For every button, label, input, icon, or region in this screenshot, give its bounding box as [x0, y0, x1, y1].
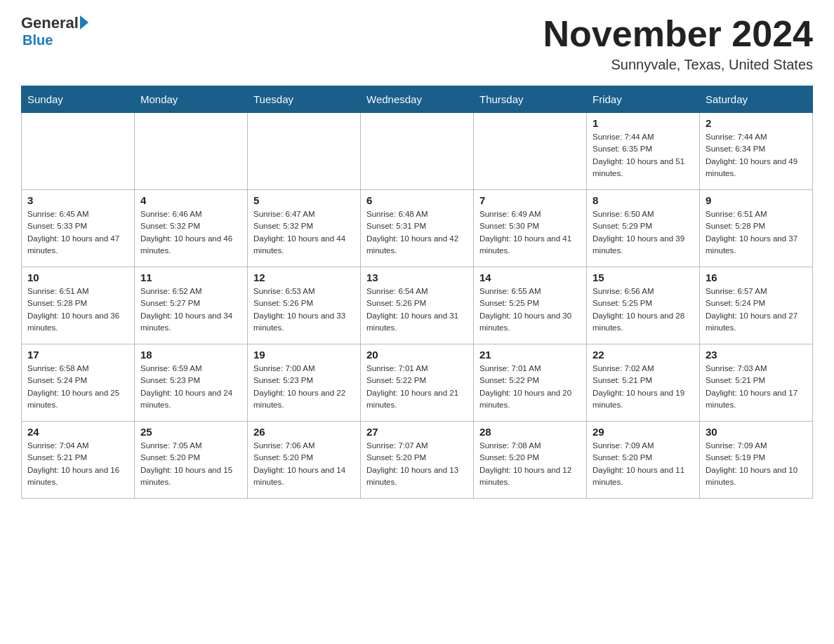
- day-number: 4: [140, 194, 241, 206]
- day-number: 13: [366, 271, 468, 283]
- day-sun-info: Sunrise: 7:44 AM Sunset: 6:34 PM Dayligh…: [706, 131, 807, 180]
- day-cell: [22, 113, 135, 190]
- day-sun-info: Sunrise: 6:46 AM Sunset: 5:32 PM Dayligh…: [140, 208, 241, 257]
- day-sun-info: Sunrise: 6:53 AM Sunset: 5:26 PM Dayligh…: [253, 286, 355, 334]
- day-number: 11: [140, 271, 241, 283]
- day-cell: [135, 113, 248, 190]
- day-sun-info: Sunrise: 7:02 AM Sunset: 5:21 PM Dayligh…: [593, 363, 694, 411]
- day-number: 18: [140, 349, 241, 361]
- logo-general: General: [21, 14, 79, 32]
- day-cell: 16Sunrise: 6:57 AM Sunset: 5:24 PM Dayli…: [700, 267, 813, 344]
- week-row-2: 3Sunrise: 6:45 AM Sunset: 5:33 PM Daylig…: [22, 190, 813, 267]
- day-number: 29: [593, 426, 694, 438]
- day-number: 25: [140, 426, 241, 438]
- day-sun-info: Sunrise: 7:03 AM Sunset: 5:21 PM Dayligh…: [706, 363, 807, 411]
- day-number: 19: [253, 349, 355, 361]
- day-sun-info: Sunrise: 7:09 AM Sunset: 5:19 PM Dayligh…: [706, 440, 807, 488]
- day-number: 8: [593, 194, 694, 206]
- day-sun-info: Sunrise: 6:55 AM Sunset: 5:25 PM Dayligh…: [479, 286, 581, 334]
- day-cell: 11Sunrise: 6:52 AM Sunset: 5:27 PM Dayli…: [135, 267, 248, 344]
- day-cell: 12Sunrise: 6:53 AM Sunset: 5:26 PM Dayli…: [248, 267, 361, 344]
- col-saturday: Saturday: [700, 86, 813, 113]
- day-sun-info: Sunrise: 6:57 AM Sunset: 5:24 PM Dayligh…: [706, 286, 807, 334]
- day-cell: 23Sunrise: 7:03 AM Sunset: 5:21 PM Dayli…: [700, 344, 813, 422]
- day-sun-info: Sunrise: 7:06 AM Sunset: 5:20 PM Dayligh…: [253, 440, 355, 488]
- day-sun-info: Sunrise: 6:48 AM Sunset: 5:31 PM Dayligh…: [366, 208, 468, 257]
- day-sun-info: Sunrise: 7:09 AM Sunset: 5:20 PM Dayligh…: [593, 440, 694, 488]
- day-sun-info: Sunrise: 7:00 AM Sunset: 5:23 PM Dayligh…: [253, 363, 355, 411]
- day-number: 6: [366, 194, 468, 206]
- day-sun-info: Sunrise: 6:52 AM Sunset: 5:27 PM Dayligh…: [140, 286, 241, 334]
- col-wednesday: Wednesday: [361, 86, 474, 113]
- day-cell: 24Sunrise: 7:04 AM Sunset: 5:21 PM Dayli…: [22, 422, 135, 499]
- day-cell: 20Sunrise: 7:01 AM Sunset: 5:22 PM Dayli…: [361, 344, 474, 422]
- logo-arrow-icon: [80, 15, 88, 29]
- day-sun-info: Sunrise: 6:49 AM Sunset: 5:30 PM Dayligh…: [479, 208, 581, 257]
- day-number: 26: [253, 426, 355, 438]
- day-sun-info: Sunrise: 6:58 AM Sunset: 5:24 PM Dayligh…: [27, 363, 128, 411]
- day-number: 27: [366, 426, 468, 438]
- day-number: 14: [479, 271, 581, 283]
- day-cell: [474, 113, 587, 190]
- day-sun-info: Sunrise: 7:07 AM Sunset: 5:20 PM Dayligh…: [366, 440, 468, 488]
- day-cell: 14Sunrise: 6:55 AM Sunset: 5:25 PM Dayli…: [474, 267, 587, 344]
- col-tuesday: Tuesday: [248, 86, 361, 113]
- day-number: 7: [479, 194, 581, 206]
- day-cell: 30Sunrise: 7:09 AM Sunset: 5:19 PM Dayli…: [700, 422, 813, 499]
- day-number: 17: [27, 349, 128, 361]
- day-cell: 15Sunrise: 6:56 AM Sunset: 5:25 PM Dayli…: [587, 267, 700, 344]
- day-number: 12: [253, 271, 355, 283]
- day-cell: 18Sunrise: 6:59 AM Sunset: 5:23 PM Dayli…: [135, 344, 248, 422]
- day-cell: 26Sunrise: 7:06 AM Sunset: 5:20 PM Dayli…: [248, 422, 361, 499]
- week-row-3: 10Sunrise: 6:51 AM Sunset: 5:28 PM Dayli…: [22, 267, 813, 344]
- week-row-1: 1Sunrise: 7:44 AM Sunset: 6:35 PM Daylig…: [22, 113, 813, 190]
- day-sun-info: Sunrise: 7:04 AM Sunset: 5:21 PM Dayligh…: [27, 440, 128, 488]
- day-number: 24: [27, 426, 128, 438]
- logo-blue: Blue: [22, 32, 53, 48]
- day-cell: 19Sunrise: 7:00 AM Sunset: 5:23 PM Dayli…: [248, 344, 361, 422]
- day-number: 3: [27, 194, 128, 206]
- col-sunday: Sunday: [22, 86, 135, 113]
- day-cell: 17Sunrise: 6:58 AM Sunset: 5:24 PM Dayli…: [22, 344, 135, 422]
- calendar-header-row: Sunday Monday Tuesday Wednesday Thursday…: [22, 86, 813, 113]
- day-sun-info: Sunrise: 6:51 AM Sunset: 5:28 PM Dayligh…: [706, 208, 807, 257]
- day-sun-info: Sunrise: 7:44 AM Sunset: 6:35 PM Dayligh…: [593, 131, 694, 180]
- col-friday: Friday: [587, 86, 700, 113]
- day-cell: 9Sunrise: 6:51 AM Sunset: 5:28 PM Daylig…: [700, 190, 813, 267]
- day-sun-info: Sunrise: 6:56 AM Sunset: 5:25 PM Dayligh…: [593, 286, 694, 334]
- day-number: 10: [27, 271, 128, 283]
- day-cell: 5Sunrise: 6:47 AM Sunset: 5:32 PM Daylig…: [248, 190, 361, 267]
- logo: General Blue: [21, 14, 88, 48]
- calendar-table: Sunday Monday Tuesday Wednesday Thursday…: [21, 86, 813, 499]
- day-cell: 28Sunrise: 7:08 AM Sunset: 5:20 PM Dayli…: [474, 422, 587, 499]
- day-number: 15: [593, 271, 694, 283]
- day-cell: 25Sunrise: 7:05 AM Sunset: 5:20 PM Dayli…: [135, 422, 248, 499]
- day-cell: [361, 113, 474, 190]
- day-number: 28: [479, 426, 581, 438]
- day-cell: [248, 113, 361, 190]
- day-cell: 2Sunrise: 7:44 AM Sunset: 6:34 PM Daylig…: [700, 113, 813, 190]
- day-number: 2: [706, 117, 807, 129]
- day-cell: 8Sunrise: 6:50 AM Sunset: 5:29 PM Daylig…: [587, 190, 700, 267]
- page-header: General Blue November 2024 Sunnyvale, Te…: [21, 14, 813, 73]
- day-cell: 3Sunrise: 6:45 AM Sunset: 5:33 PM Daylig…: [22, 190, 135, 267]
- day-sun-info: Sunrise: 6:45 AM Sunset: 5:33 PM Dayligh…: [27, 208, 128, 257]
- day-sun-info: Sunrise: 6:47 AM Sunset: 5:32 PM Dayligh…: [253, 208, 355, 257]
- day-number: 22: [593, 349, 694, 361]
- day-cell: 1Sunrise: 7:44 AM Sunset: 6:35 PM Daylig…: [587, 113, 700, 190]
- col-monday: Monday: [135, 86, 248, 113]
- day-sun-info: Sunrise: 7:08 AM Sunset: 5:20 PM Dayligh…: [479, 440, 581, 488]
- day-number: 5: [253, 194, 355, 206]
- day-sun-info: Sunrise: 7:01 AM Sunset: 5:22 PM Dayligh…: [479, 363, 581, 411]
- day-cell: 21Sunrise: 7:01 AM Sunset: 5:22 PM Dayli…: [474, 344, 587, 422]
- day-sun-info: Sunrise: 6:59 AM Sunset: 5:23 PM Dayligh…: [140, 363, 241, 411]
- week-row-4: 17Sunrise: 6:58 AM Sunset: 5:24 PM Dayli…: [22, 344, 813, 422]
- day-number: 16: [706, 271, 807, 283]
- day-cell: 6Sunrise: 6:48 AM Sunset: 5:31 PM Daylig…: [361, 190, 474, 267]
- day-cell: 29Sunrise: 7:09 AM Sunset: 5:20 PM Dayli…: [587, 422, 700, 499]
- day-number: 9: [706, 194, 807, 206]
- day-sun-info: Sunrise: 6:54 AM Sunset: 5:26 PM Dayligh…: [366, 286, 468, 334]
- day-cell: 22Sunrise: 7:02 AM Sunset: 5:21 PM Dayli…: [587, 344, 700, 422]
- month-title: November 2024: [543, 14, 813, 54]
- day-number: 20: [366, 349, 468, 361]
